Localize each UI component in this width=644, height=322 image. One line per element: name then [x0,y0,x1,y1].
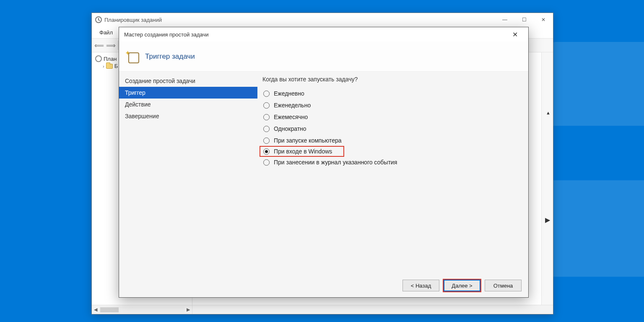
radio-label: Еженедельно [274,102,311,109]
radio-option[interactable]: Ежедневно [260,88,520,99]
next-button[interactable]: Далее > [444,280,480,291]
wizard-title: Мастер создания простой задачи [124,31,209,38]
wizard-content: Когда вы хотите запускать задачу? Ежедне… [257,72,528,274]
radio-icon [263,138,270,144]
wizard-step[interactable]: Создание простой задачи [119,75,257,87]
actions-panel [541,52,553,305]
radio-option[interactable]: При входе в Windows [260,146,344,156]
back-icon[interactable]: ⟸ [93,40,104,51]
radio-option[interactable]: Однократно [260,123,520,135]
radio-icon [263,102,270,109]
minimize-button[interactable]: — [495,13,514,26]
horizontal-scrollbar[interactable]: ◀ ▶ [92,305,192,314]
radio-option[interactable]: Еженедельно [260,99,520,111]
radio-label: При запуске компьютера [274,137,342,144]
scroll-up-icon[interactable]: ▲ [546,110,551,115]
folder-icon [106,64,113,69]
menu-file[interactable]: Файл [95,29,117,36]
radio-label: При занесении в журнал указанного событи… [274,159,397,166]
forward-icon[interactable]: ⟹ [105,40,116,51]
wizard-header-icon: ✦ [126,50,139,63]
back-button[interactable]: < Назад [402,280,439,291]
cancel-button[interactable]: Отмена [485,280,522,291]
radio-icon [263,91,270,97]
close-button[interactable]: ✕ [506,27,523,42]
wizard-step[interactable]: Завершение [119,110,257,122]
clock-icon [95,55,102,62]
radio-icon [263,126,270,132]
statusbar: ◀ ▶ [92,305,553,314]
radio-label: Ежемесячно [274,114,308,120]
clock-icon [95,16,102,23]
radio-label: Однократно [274,125,306,132]
window-title: Планировщик заданий [104,17,162,23]
wizard-heading: Триггер задачи [145,52,195,61]
radio-label: Ежедневно [274,90,304,97]
radio-option[interactable]: При занесении в журнал указанного событи… [260,156,520,168]
maximize-button[interactable]: ☐ [514,13,534,26]
radio-icon [263,114,270,120]
radio-label: При входе в Windows [274,148,332,155]
wizard-question: Когда вы хотите запускать задачу? [260,76,520,83]
wizard-footer: < Назад Далее > Отмена [119,274,528,297]
wizard-step[interactable]: Действие [119,99,257,110]
wizard-header: ✦ Триггер задачи [119,42,528,72]
expand-icon[interactable]: › [103,64,104,69]
radio-icon [263,159,270,166]
close-button[interactable]: ✕ [534,13,553,26]
wizard-titlebar[interactable]: Мастер создания простой задачи ✕ [119,27,528,42]
radio-icon [263,148,270,155]
titlebar[interactable]: Планировщик заданий — ☐ ✕ [92,13,553,26]
wizard-step[interactable]: Триггер [119,87,257,99]
radio-option[interactable]: Ежемесячно [260,111,520,123]
wizard-steps: Создание простой задачиТриггерДействиеЗа… [119,72,257,274]
radio-option[interactable]: При запуске компьютера [260,135,520,146]
expand-arrow-icon[interactable]: ▶ [544,216,551,223]
wizard-dialog: Мастер создания простой задачи ✕ ✦ Тригг… [119,27,529,298]
